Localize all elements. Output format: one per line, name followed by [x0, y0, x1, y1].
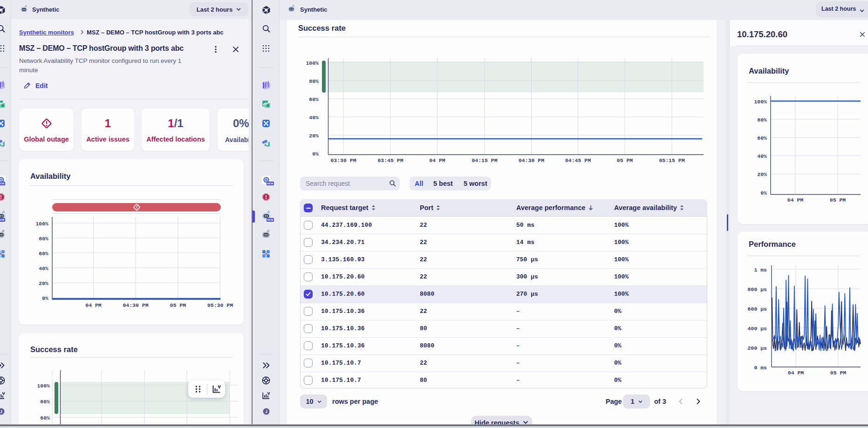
svg-text:600 µs: 600 µs — [748, 306, 767, 312]
svg-text:0 ms: 0 ms — [754, 365, 767, 371]
svg-text:60%: 60% — [309, 96, 319, 102]
svg-text:800 µs: 800 µs — [748, 286, 767, 292]
svg-text:0%: 0% — [312, 151, 319, 157]
svg-text:80%: 80% — [40, 399, 50, 405]
svg-text:0%: 0% — [760, 190, 767, 196]
svg-text:20%: 20% — [757, 171, 767, 177]
svg-text:100%: 100% — [37, 383, 50, 389]
svg-text:04 PM: 04 PM — [85, 302, 102, 308]
svg-text:100%: 100% — [754, 99, 767, 105]
svg-text:60%: 60% — [757, 135, 767, 141]
svg-text:04:45 PM: 04:45 PM — [565, 157, 591, 163]
svg-text:04 PM: 04 PM — [787, 197, 804, 203]
svg-text:80%: 80% — [757, 117, 767, 123]
svg-text:05:15 PM: 05:15 PM — [659, 157, 684, 163]
svg-text:05:30 PM: 05:30 PM — [207, 302, 233, 308]
svg-text:04:15 PM: 04:15 PM — [472, 157, 497, 163]
svg-text:100%: 100% — [35, 221, 48, 227]
svg-text:60%: 60% — [40, 415, 50, 421]
svg-text:1 ms: 1 ms — [754, 267, 767, 273]
svg-text:05 PM: 05 PM — [830, 370, 847, 376]
svg-text:400 µs: 400 µs — [748, 326, 767, 332]
svg-text:04:30 PM: 04:30 PM — [123, 302, 148, 308]
svg-text:J: J — [0, 409, 2, 414]
svg-text:80%: 80% — [39, 236, 48, 242]
svg-text:05 PM: 05 PM — [170, 302, 186, 308]
svg-text:20%: 20% — [39, 280, 48, 286]
svg-text:J: J — [265, 409, 267, 414]
svg-text:04 PM: 04 PM — [429, 157, 445, 163]
svg-text:40%: 40% — [757, 153, 767, 159]
svg-text:0%: 0% — [42, 295, 48, 301]
svg-text:05 PM: 05 PM — [830, 197, 846, 203]
svg-text:200 µs: 200 µs — [748, 345, 767, 351]
svg-text:60%: 60% — [39, 251, 48, 257]
svg-text:40%: 40% — [39, 265, 48, 272]
svg-text:05 PM: 05 PM — [617, 157, 633, 163]
svg-text:40%: 40% — [309, 115, 319, 121]
svg-text:04 PM: 04 PM — [788, 370, 804, 376]
svg-text:03:45 PM: 03:45 PM — [377, 157, 403, 163]
svg-text:03:30 PM: 03:30 PM — [330, 157, 356, 163]
svg-text:100%: 100% — [306, 60, 319, 66]
svg-text:20%: 20% — [309, 133, 319, 139]
svg-text:04:30 PM: 04:30 PM — [519, 157, 544, 163]
svg-text:80%: 80% — [309, 78, 319, 84]
